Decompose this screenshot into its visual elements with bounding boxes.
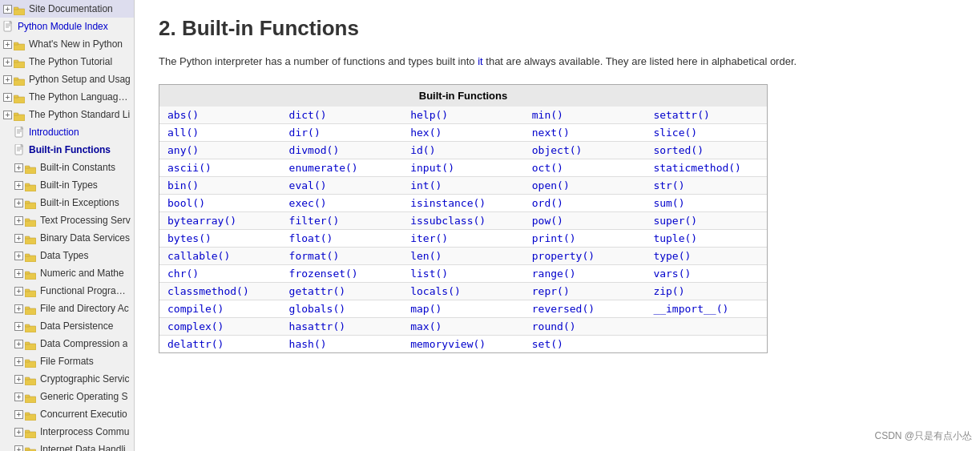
function-link[interactable]: bytearray()	[167, 215, 236, 227]
function-link[interactable]: int()	[410, 179, 442, 191]
table-cell[interactable]: format()	[281, 247, 403, 264]
function-link[interactable]: all()	[167, 127, 199, 139]
function-link[interactable]: set()	[532, 338, 563, 350]
table-cell[interactable]: property()	[524, 247, 646, 264]
sidebar-item-data-types[interactable]: + Data Types	[0, 247, 134, 264]
sidebar-item-data-persistence[interactable]: + Data Persistence	[0, 317, 134, 335]
sidebar-item-numeric-math[interactable]: + Numeric and Mathe	[0, 264, 134, 282]
function-link[interactable]: zip()	[653, 285, 684, 297]
table-cell[interactable]: pow()	[524, 211, 646, 229]
function-link[interactable]: bin()	[167, 179, 199, 191]
function-link[interactable]: next()	[532, 127, 570, 139]
function-link[interactable]: abs()	[167, 109, 199, 121]
table-cell[interactable]: round()	[524, 317, 646, 335]
sidebar-item-functional-prog[interactable]: + Functional Programm	[0, 282, 134, 300]
table-cell[interactable]: memoryview()	[402, 335, 524, 352]
function-link[interactable]: help()	[410, 109, 448, 121]
function-link[interactable]: object()	[532, 144, 583, 156]
table-cell[interactable]: frozenset()	[281, 264, 403, 282]
table-cell[interactable]: locals()	[402, 282, 524, 300]
table-cell[interactable]: hash()	[281, 335, 403, 352]
function-link[interactable]: locals()	[410, 285, 461, 297]
table-cell[interactable]: slice()	[645, 123, 767, 141]
function-link[interactable]: float()	[289, 232, 333, 244]
function-link[interactable]: complex()	[167, 320, 224, 332]
table-cell[interactable]: bool()	[159, 194, 281, 211]
function-link[interactable]: map()	[410, 303, 442, 315]
function-link[interactable]: hex()	[410, 127, 442, 139]
table-cell[interactable]: hex()	[402, 123, 524, 141]
table-cell[interactable]: callable()	[159, 247, 281, 264]
sidebar-item-python-tutorial[interactable]: + The Python Tutorial	[0, 53, 134, 70]
function-link[interactable]: frozenset()	[289, 268, 358, 280]
table-cell[interactable]: sum()	[645, 194, 767, 211]
function-link[interactable]: tuple()	[653, 232, 697, 244]
table-cell[interactable]: isinstance()	[402, 194, 524, 211]
function-link[interactable]: compile()	[167, 303, 224, 315]
table-cell[interactable]: staticmethod()	[645, 159, 767, 176]
table-cell[interactable]: any()	[159, 141, 281, 159]
function-link[interactable]: bytes()	[167, 232, 212, 244]
table-cell[interactable]: reversed()	[524, 300, 646, 317]
function-link[interactable]: pow()	[532, 215, 563, 227]
table-cell[interactable]: zip()	[645, 282, 767, 300]
table-cell[interactable]: list()	[402, 264, 524, 282]
sidebar-item-introduction[interactable]: Introduction	[0, 123, 134, 141]
function-link[interactable]: repr()	[532, 285, 570, 297]
table-cell[interactable]: set()	[524, 335, 646, 352]
sidebar-item-site-docs[interactable]: + Site Documentation	[0, 0, 134, 18]
function-link[interactable]: divmod()	[289, 144, 340, 156]
table-cell[interactable]: delattr()	[159, 335, 281, 352]
sidebar-item-builtin-functions[interactable]: Built-in Functions	[0, 141, 134, 159]
table-cell[interactable]: setattr()	[645, 107, 767, 124]
function-link[interactable]: delattr()	[167, 338, 224, 350]
table-cell[interactable]: min()	[524, 107, 646, 124]
function-link[interactable]: print()	[532, 232, 576, 244]
function-link[interactable]: str()	[653, 179, 684, 191]
sidebar-item-generic-os[interactable]: + Generic Operating S	[0, 388, 134, 405]
function-link[interactable]: hash()	[289, 338, 327, 350]
function-link[interactable]: ascii()	[167, 162, 212, 174]
sidebar-item-builtin-constants[interactable]: + Built-in Constants	[0, 159, 134, 176]
table-cell[interactable]: bytearray()	[159, 211, 281, 229]
table-cell[interactable]: super()	[645, 211, 767, 229]
table-cell[interactable]: int()	[402, 176, 524, 194]
table-cell[interactable]: open()	[524, 176, 646, 194]
table-cell[interactable]: ord()	[524, 194, 646, 211]
function-link[interactable]: property()	[532, 250, 595, 262]
table-cell[interactable]: getattr()	[281, 282, 403, 300]
sidebar-item-binary-data[interactable]: + Binary Data Services	[0, 229, 134, 247]
function-link[interactable]: vars()	[653, 268, 691, 280]
function-link[interactable]: eval()	[289, 179, 327, 191]
function-link[interactable]: list()	[410, 268, 448, 280]
function-link[interactable]: sum()	[653, 197, 684, 209]
table-cell[interactable]: print()	[524, 229, 646, 247]
function-link[interactable]: reversed()	[532, 303, 595, 315]
table-cell[interactable]: enumerate()	[281, 159, 403, 176]
table-cell[interactable]: id()	[402, 141, 524, 159]
function-link[interactable]: type()	[653, 250, 691, 262]
function-link[interactable]: staticmethod()	[653, 162, 741, 174]
function-link[interactable]: callable()	[167, 250, 230, 262]
function-link[interactable]: open()	[532, 179, 570, 191]
table-cell[interactable]: type()	[645, 247, 767, 264]
table-cell[interactable]: filter()	[281, 211, 403, 229]
table-cell[interactable]: all()	[159, 123, 281, 141]
sidebar-item-python-language[interactable]: + The Python Language R	[0, 88, 134, 106]
table-cell[interactable]: eval()	[281, 176, 403, 194]
function-link[interactable]: len()	[410, 250, 442, 262]
function-link[interactable]: chr()	[167, 268, 199, 280]
function-link[interactable]: super()	[653, 215, 697, 227]
table-cell[interactable]: input()	[402, 159, 524, 176]
table-cell[interactable]: iter()	[402, 229, 524, 247]
table-cell[interactable]: repr()	[524, 282, 646, 300]
function-link[interactable]: dir()	[289, 127, 321, 139]
table-cell[interactable]: issubclass()	[402, 211, 524, 229]
table-cell[interactable]: tuple()	[645, 229, 767, 247]
function-link[interactable]: range()	[532, 268, 576, 280]
table-cell[interactable]: chr()	[159, 264, 281, 282]
function-link[interactable]: bool()	[167, 197, 205, 209]
function-link[interactable]: enumerate()	[289, 162, 358, 174]
function-link[interactable]: id()	[410, 144, 435, 156]
function-link[interactable]: exec()	[289, 197, 327, 209]
